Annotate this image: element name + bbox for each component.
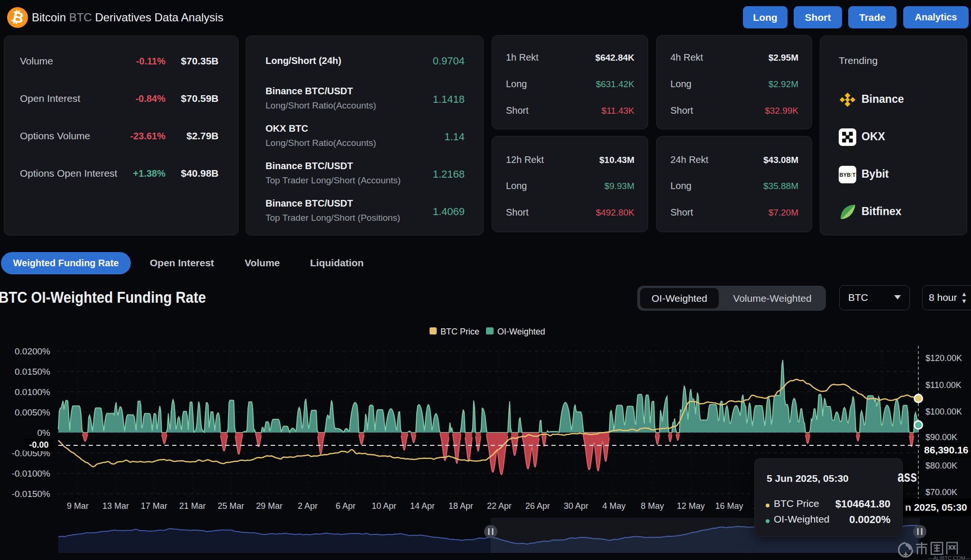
svg-text:13 Mar: 13 Mar xyxy=(102,501,129,511)
svg-text:$80.00K: $80.00K xyxy=(925,461,957,470)
svg-text:2 Apr: 2 Apr xyxy=(298,501,318,511)
svg-text:22 Apr: 22 Apr xyxy=(487,501,512,511)
svg-text:6 Apr: 6 Apr xyxy=(336,501,356,511)
svg-text:26 Apr: 26 Apr xyxy=(525,501,550,511)
svg-text:16 May: 16 May xyxy=(715,501,743,511)
svg-text:86,390.16: 86,390.16 xyxy=(924,444,968,455)
svg-text:0%: 0% xyxy=(37,428,51,438)
svg-text:$110.00K: $110.00K xyxy=(925,380,962,390)
svg-text:30 Apr: 30 Apr xyxy=(564,501,588,511)
svg-text:n 2025, 05:30: n 2025, 05:30 xyxy=(905,502,967,513)
svg-text:0.0200%: 0.0200% xyxy=(15,346,50,356)
svg-text:-0.0100%: -0.0100% xyxy=(12,469,50,479)
svg-text:12 May: 12 May xyxy=(677,501,705,511)
svg-text:$70.00K: $70.00K xyxy=(925,488,957,497)
svg-text:10 Apr: 10 Apr xyxy=(372,501,396,511)
svg-text:29 Mar: 29 Mar xyxy=(256,501,283,511)
svg-text:18 Apr: 18 Apr xyxy=(449,501,473,511)
svg-text:—ALIBTC.COM—: —ALIBTC.COM— xyxy=(928,555,970,560)
svg-text:$120.00K: $120.00K xyxy=(925,353,962,363)
svg-text:14 Apr: 14 Apr xyxy=(410,501,435,511)
svg-text:0.0050%: 0.0050% xyxy=(15,407,50,417)
svg-text:-0.00: -0.00 xyxy=(29,440,48,450)
svg-text:OI-Weighted: OI-Weighted xyxy=(497,327,545,336)
svg-text:4 May: 4 May xyxy=(602,501,625,511)
svg-text:$100.00K: $100.00K xyxy=(925,407,962,416)
svg-text:25 Mar: 25 Mar xyxy=(218,501,244,511)
svg-text:$90.00K: $90.00K xyxy=(925,433,957,442)
svg-text:BYB!T: BYB!T xyxy=(839,172,855,178)
svg-text:0.0100%: 0.0100% xyxy=(15,387,50,397)
svg-text:9 Mar: 9 Mar xyxy=(67,501,89,511)
svg-text:BTC Price: BTC Price xyxy=(440,327,479,336)
svg-text:0.0150%: 0.0150% xyxy=(15,367,50,377)
svg-text:-0.0150%: -0.0150% xyxy=(12,489,50,499)
svg-text:8 May: 8 May xyxy=(641,501,664,511)
svg-text:17 Mar: 17 Mar xyxy=(141,501,167,511)
svg-text:21 Mar: 21 Mar xyxy=(179,501,206,511)
